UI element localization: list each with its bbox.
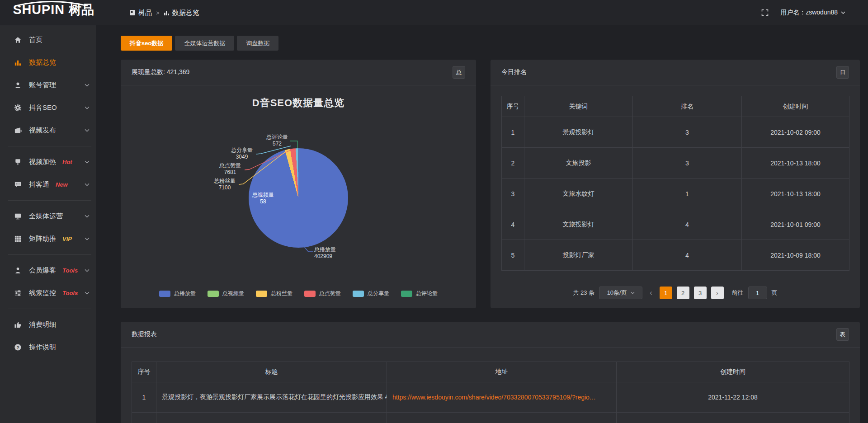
table-header-row: 序号 关键词 排名 创建时间 (502, 96, 849, 117)
monitor-icon (14, 212, 22, 220)
ranking-panel-title: 今日排名 (501, 68, 527, 76)
legend-item-fans[interactable]: 总粉丝量 (256, 290, 292, 297)
table-row[interactable] (132, 413, 849, 423)
legend-item-videos[interactable]: 总视频量 (208, 290, 244, 297)
sidebar-item-accounts[interactable]: 账号管理 (0, 74, 96, 96)
user-icon (14, 81, 22, 89)
tools-badge: Tools (62, 267, 78, 274)
member-icon (14, 266, 22, 274)
chevron-down-icon (85, 160, 90, 164)
gear-icon (14, 103, 22, 112)
sidebar-item-home[interactable]: 首页 (0, 28, 96, 51)
daily-mode-button[interactable]: 日 (836, 66, 849, 79)
chevron-down-icon (85, 291, 90, 295)
bar-chart-icon (14, 58, 22, 66)
next-page-button[interactable]: › (711, 287, 724, 299)
sidebar-item-data-overview[interactable]: 数据总览 (0, 51, 96, 74)
pie-label-likes: 总点赞量7681 (216, 162, 244, 176)
ranking-table: 序号 关键词 排名 创建时间 1景观投影灯32021-10-02 09:00 2… (501, 96, 849, 271)
report-table: 序号 标题 地址 创建时间 1 景观投影灯，夜游景观投影灯厂家展示展示落花灯在花… (132, 362, 849, 423)
ranking-panel: 今日排名 日 序号 关键词 排名 创建时间 1景观投影灯32021-10-02 … (491, 60, 860, 308)
video-camera-icon (14, 126, 22, 134)
sidebar-item-matrix-boost[interactable]: 矩阵助推 VIP (0, 227, 96, 250)
table-row[interactable]: 1景观投影灯32021-10-02 09:00 (502, 117, 849, 148)
report-panel: 数据报表 表 序号 标题 地址 创建时间 1 景观投影灯，夜游景观投影灯厂家展示… (121, 322, 860, 423)
pie-label-comments: 总评论量572 (261, 134, 293, 147)
tab-douyin-seo-data[interactable]: 抖音seo数据 (121, 36, 172, 51)
sidebar-item-member-burst[interactable]: 会员爆客 Tools (0, 259, 96, 282)
thumbs-up-icon (14, 320, 22, 329)
page-size-select[interactable]: 10条/页 (599, 287, 642, 299)
goto-unit-label: 页 (772, 289, 778, 297)
sidebar-divider (0, 196, 96, 205)
pie-chart: D音SEO数据量总览 总评论量572 总分享量3049 总点赞量7681 总粉丝… (121, 85, 476, 308)
sidebar-item-omnimedia[interactable]: 全媒体运营 (0, 205, 96, 227)
legend-item-comments[interactable]: 总评论量 (401, 290, 438, 297)
hot-badge: Hot (62, 159, 72, 165)
sidebar-item-lead-monitor[interactable]: 线索监控 Tools (0, 282, 96, 304)
impressions-total-label: 展现量总数: 421,369 (132, 68, 189, 76)
page-button-2[interactable]: 2 (677, 287, 689, 299)
legend-item-likes[interactable]: 总点赞量 (304, 290, 341, 297)
bar-chart-icon (164, 10, 170, 16)
breadcrumb-current[interactable]: 数据总览 (164, 9, 199, 17)
chevron-down-icon (85, 237, 90, 240)
home-icon (14, 36, 22, 44)
table-row[interactable]: 5投影灯厂家42021-10-09 18:00 (502, 240, 849, 271)
breadcrumb: 树品 > 数据总览 (129, 0, 199, 25)
chart-title: D音SEO数据量总览 (121, 96, 476, 110)
sidebar-divider (0, 304, 96, 313)
video-link[interactable]: https://www.iesdouyin.com/share/video/70… (387, 382, 617, 413)
report-panel-title: 数据报表 (132, 330, 157, 338)
svg-text:?: ? (16, 344, 19, 349)
prev-page-button[interactable]: ‹ (647, 289, 655, 297)
chevron-down-icon (85, 215, 90, 218)
sidebar-item-douyin-seo[interactable]: 抖音SEO (0, 96, 96, 119)
page-button-3[interactable]: 3 (694, 287, 707, 299)
fullscreen-icon[interactable] (761, 9, 769, 16)
table-row[interactable]: 3文旅水纹灯12021-10-13 18:00 (502, 179, 849, 209)
sidebar-item-video-publish[interactable]: 视频发布 (0, 119, 96, 141)
chevron-down-icon (85, 269, 90, 272)
sidebar-item-video-heat[interactable]: 视频加热 Hot (0, 150, 96, 173)
chart-legend: 总播放量 总视频量 总粉丝量 总点赞量 总分享量 总评论量 (121, 290, 476, 297)
report-title-cell: 景观投影灯，夜游景观投影灯厂家展示展示落花灯在花园里的灯光投影应用效果 # (156, 382, 387, 413)
chevron-down-icon (631, 291, 635, 294)
table-row[interactable]: 1 景观投影灯，夜游景观投影灯厂家展示展示落花灯在花园里的灯光投影应用效果 # … (132, 382, 849, 413)
table-row[interactable]: 4文旅投影灯42021-10-01 09:00 (502, 209, 849, 240)
legend-item-plays[interactable]: 总播放量 (159, 290, 196, 297)
content-tabs: 抖音seo数据 全媒体运营数据 询盘数据 (121, 36, 278, 51)
new-badge: New (56, 181, 68, 188)
brand-name-en: SHUPIN (13, 3, 65, 16)
table-header-row: 序号 标题 地址 创建时间 (132, 362, 849, 382)
sidebar-item-help[interactable]: ? 操作说明 (0, 336, 96, 358)
legend-item-shares[interactable]: 总分享量 (353, 290, 389, 297)
question-circle-icon: ? (14, 343, 22, 351)
table-row[interactable]: 2文旅投影32021-10-13 18:00 (502, 148, 849, 179)
tab-inquiry-data[interactable]: 询盘数据 (237, 36, 278, 51)
pie-label-fans: 总粉丝量7100 (211, 178, 239, 191)
sliders-icon (14, 289, 22, 297)
app-icon (129, 9, 136, 16)
pie-label-shares: 总分享量3049 (228, 147, 256, 160)
breadcrumb-root[interactable]: 树品 (129, 9, 152, 17)
table-mode-button[interactable]: 表 (836, 328, 849, 341)
pie-label-plays: 总播放量402909 (314, 246, 355, 260)
sidebar-item-spend-details[interactable]: 消费明细 (0, 313, 96, 336)
chevron-down-icon (85, 129, 90, 132)
username-label: 用户名：zswodun88 (780, 9, 838, 17)
sidebar-item-douketong[interactable]: 抖客通 New (0, 173, 96, 196)
user-menu[interactable]: 用户名：zswodun88 (780, 9, 845, 17)
total-mode-button[interactable]: 总 (453, 66, 465, 79)
pie-label-videos: 总视频量58 (249, 192, 277, 205)
vip-badge: VIP (62, 235, 72, 242)
goto-page-input[interactable] (748, 287, 767, 299)
chevron-down-icon (85, 183, 90, 186)
sidebar-divider (0, 250, 96, 259)
chart-panel: 展现量总数: 421,369 总 D音SEO数据量总览 总评论量572 总分享量… (121, 60, 476, 308)
sidebar: 首页 数据总览 账号管理 抖音SEO 视频发布 视频加热 Hot (0, 25, 96, 423)
page-button-1[interactable]: 1 (660, 287, 672, 299)
chevron-down-icon (85, 84, 90, 87)
top-header: SHUPIN 树品 树品 > 数据总览 用户名：zswodun88 (0, 0, 868, 25)
tab-omnimedia-data[interactable]: 全媒体运营数据 (175, 36, 234, 51)
